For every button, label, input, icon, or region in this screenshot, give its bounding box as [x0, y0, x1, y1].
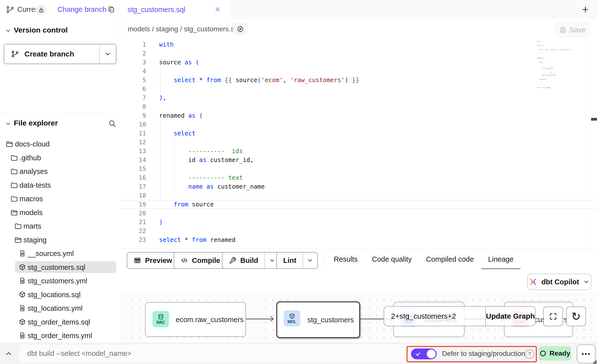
code-line-19[interactable]: 19 from source [120, 200, 597, 209]
code-line-23[interactable]: 23select * from renamed [120, 236, 597, 244]
lineage-node-stg_customers[interactable]: MDLstg_customers [276, 301, 360, 338]
file-tree-item-.github[interactable]: .github [0, 151, 120, 165]
file-tree-item-staging[interactable]: staging [0, 233, 120, 247]
status-badge: Ready [539, 346, 571, 361]
breadcrumb: models / staging / stg_customers.sql [128, 25, 240, 33]
scrollbar-thumb[interactable] [591, 118, 597, 121]
code-line-5[interactable]: 5 select * from {{ source('ecom', 'raw_c… [120, 76, 597, 85]
folder-icon [10, 154, 18, 162]
model-icon [19, 263, 26, 271]
change-branch-link[interactable]: Change branch [57, 5, 106, 14]
new-tab-button[interactable]: + [577, 0, 594, 19]
file-tree-item-stg_customers.sql[interactable]: stg_customers.sql [0, 260, 120, 274]
file-icon [19, 304, 26, 312]
file-name: analyses [19, 167, 48, 176]
file-tree-item-analyses[interactable]: analyses [0, 164, 120, 178]
chevron-down-icon [583, 279, 590, 285]
lint-dropdown[interactable] [303, 253, 317, 268]
lineage-node-ecom.raw_customers[interactable]: SRCecom.raw_customers [145, 302, 246, 337]
refresh-icon[interactable]: ↻ [566, 307, 586, 326]
version-control-section[interactable]: Version control [0, 25, 120, 36]
tab-compiled-code[interactable]: Compiled code [426, 249, 474, 270]
file-name: stg_customers.yml [28, 277, 87, 285]
build-button[interactable]: Build [222, 252, 280, 269]
update-graph-button[interactable]: Update Graph [485, 307, 535, 326]
code-line-2[interactable]: 2 [120, 49, 597, 58]
collapse-panel-icon[interactable] [4, 349, 13, 358]
close-icon[interactable] [215, 6, 221, 12]
code-line-22[interactable]: 22 [120, 227, 597, 236]
sidebar: Version control Create branch File explo… [0, 19, 120, 343]
file-tree-item-docs-cloud[interactable]: docs-cloud [0, 137, 120, 151]
code-line-13[interactable]: 13 ---------- ids [120, 147, 597, 156]
preview-button[interactable]: Preview [127, 252, 179, 269]
sidebar-divider [0, 113, 120, 114]
help-icon[interactable]: ? [525, 349, 534, 359]
code-line-9[interactable]: 9renamed as ( [120, 111, 597, 120]
file-tree-item-marts[interactable]: marts [0, 219, 120, 233]
tab-lineage[interactable]: Lineage [488, 249, 513, 270]
editor-right-border [591, 39, 591, 249]
status-bar: dbt build --select <model_name> Defer to… [0, 343, 597, 364]
panel-toolbar: Preview Compile Build Lint [120, 249, 597, 270]
file-tree-item-stg_customers.yml[interactable]: stg_customers.yml [0, 274, 120, 288]
code-line-17[interactable]: 17 name as customer_name [120, 182, 597, 191]
file-tree-item-stg_order_items.sql[interactable]: stg_order_items.sql [0, 315, 120, 329]
code-line-1[interactable]: 1with [120, 40, 597, 49]
file-tree-item-__sources.yml[interactable]: __sources.yml [0, 247, 120, 260]
code-line-10[interactable]: 10 [120, 120, 597, 129]
folder-open-icon [14, 236, 22, 244]
copilot-compass-icon[interactable] [233, 23, 248, 35]
code-line-15[interactable]: 15 [120, 164, 597, 173]
create-branch-dropdown[interactable] [99, 44, 116, 64]
lineage-selector-input[interactable]: 2+stg_customers+2 [384, 307, 485, 326]
file-tree-item-stg_locations.yml[interactable]: stg_locations.yml [0, 301, 120, 315]
file-tree-item-models[interactable]: models [0, 206, 120, 219]
code-line-16[interactable]: 16 ---------- text [120, 173, 597, 182]
compile-label: Compile [192, 256, 220, 265]
code-line-20[interactable]: 20 [120, 209, 597, 218]
preview-label: Preview [145, 256, 172, 265]
code-editor[interactable]: 1with23source as (45 select * from {{ so… [120, 39, 597, 249]
file-tree-item-data-tests[interactable]: data-tests [0, 178, 120, 192]
tab-code-quality[interactable]: Code quality [372, 249, 412, 270]
folder-icon [10, 167, 18, 175]
command-input[interactable]: dbt build --select <model_name> [19, 345, 410, 362]
code-line-7[interactable]: 7), [120, 93, 597, 102]
code-line-6[interactable]: 6 [120, 85, 597, 93]
file-explorer-section[interactable]: File explorer [0, 118, 120, 129]
code-line-8[interactable]: 8 [120, 102, 597, 111]
code-line-14[interactable]: 14 id as customer_id, [120, 156, 597, 164]
resize-handle[interactable] [593, 360, 597, 364]
save-button[interactable]: Save [556, 22, 590, 37]
file-tree-item-macros[interactable]: macros [0, 192, 120, 206]
code-line-18[interactable]: 18 [120, 191, 597, 200]
status-label: Ready [549, 349, 570, 357]
dbt-ide-window: Current Change branch stg_customers.sql [0, 0, 597, 364]
code-line-21[interactable]: 21) [120, 218, 597, 227]
copy-icon[interactable] [108, 6, 115, 13]
code-line-4[interactable]: 4 [120, 67, 597, 76]
toolbar-separator [325, 251, 325, 268]
file-tree-item-stg_locations.sql[interactable]: stg_locations.sql [0, 288, 120, 302]
dbt-copilot-button[interactable]: dbt Copilot [527, 274, 591, 290]
fullscreen-button[interactable] [543, 307, 563, 326]
model-icon [19, 291, 26, 298]
code-line-12[interactable]: 12 [120, 138, 597, 147]
code-lines[interactable]: 1with23source as (45 select * from {{ so… [120, 40, 597, 244]
lineage-canvas[interactable]: SRCecom.raw_customersMDLstg_customersMDL… [120, 293, 597, 343]
compile-button[interactable]: Compile [174, 252, 227, 269]
tab-title: stg_customers.sql [128, 6, 185, 14]
tab-results[interactable]: Results [334, 249, 358, 270]
code-line-11[interactable]: 11 select [120, 129, 597, 138]
minimap[interactable]: withsource as ( select * from {{ source(… [537, 40, 569, 89]
lock-icon [36, 5, 47, 16]
search-icon[interactable] [108, 119, 116, 128]
create-branch-button[interactable]: Create branch [4, 44, 116, 64]
code-line-3[interactable]: 3source as ( [120, 58, 597, 67]
lint-button[interactable]: Lint [276, 252, 318, 269]
defer-toggle[interactable] [411, 348, 437, 359]
file-explorer-title: File explorer [14, 119, 58, 127]
tab-stg-customers-sql[interactable]: stg_customers.sql [120, 0, 231, 19]
file-tree-item-stg_order_items.yml[interactable]: stg_order_items.yml [0, 329, 120, 343]
